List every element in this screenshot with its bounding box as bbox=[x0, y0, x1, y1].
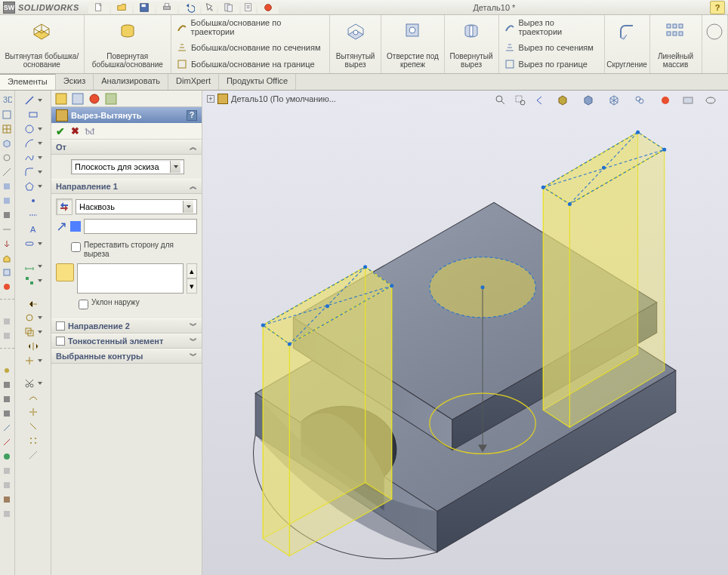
select-button[interactable] bbox=[202, 2, 217, 14]
appearance-button[interactable] bbox=[258, 2, 279, 14]
misc16-icon[interactable] bbox=[0, 493, 14, 506]
misc10-icon[interactable] bbox=[0, 407, 14, 420]
misc14-icon[interactable] bbox=[0, 464, 14, 478]
tab-office[interactable]: Продукты Office bbox=[219, 74, 296, 90]
3d-viewport[interactable]: + Деталь10 (По умолчанию... bbox=[202, 91, 728, 575]
direction-value-input[interactable] bbox=[84, 219, 197, 234]
pm-tab-extra-icon[interactable] bbox=[104, 92, 118, 106]
misc4-icon[interactable] bbox=[0, 223, 14, 236]
draft-selection-box[interactable] bbox=[77, 263, 184, 294]
dim-button[interactable] bbox=[15, 260, 48, 273]
move-button[interactable] bbox=[15, 354, 48, 367]
linear-pattern-button[interactable]: Линейный массив bbox=[650, 15, 702, 73]
loft-cut-button[interactable]: Вырез по сечениям bbox=[504, 40, 594, 55]
misc8-icon[interactable] bbox=[0, 378, 14, 392]
arrow-down-icon[interactable] bbox=[0, 237, 14, 251]
tab-sketch[interactable]: Эскиз bbox=[56, 74, 94, 90]
sketch-spline-button[interactable] bbox=[15, 151, 48, 165]
cancel-button[interactable]: ✖ bbox=[71, 125, 79, 137]
view-3d-icon[interactable]: 3D bbox=[0, 94, 14, 107]
new-button[interactable] bbox=[88, 2, 110, 14]
misc11-icon[interactable] bbox=[0, 421, 14, 435]
misc12-icon[interactable] bbox=[0, 435, 14, 449]
construction-button[interactable] bbox=[15, 448, 48, 462]
section-direction1-header[interactable]: Направление 1︽ bbox=[51, 179, 202, 194]
from-plane-combo[interactable]: Плоскость для эскиза bbox=[71, 159, 184, 174]
view-front-icon[interactable] bbox=[0, 108, 14, 121]
boundary-boss-button[interactable]: Бобышка/основание на границе bbox=[176, 57, 315, 72]
spin-down-button[interactable]: ▾ bbox=[187, 278, 197, 294]
revolve-boss-button[interactable]: Повернутая бобышка/основание bbox=[85, 15, 171, 73]
misc9-icon[interactable] bbox=[0, 392, 14, 406]
mirror-button[interactable] bbox=[15, 340, 48, 353]
offset-button[interactable] bbox=[15, 325, 48, 339]
pm-tab-config-icon[interactable] bbox=[71, 92, 85, 106]
pattern-button[interactable] bbox=[15, 434, 48, 447]
sketch-arc-button[interactable] bbox=[15, 137, 48, 150]
extend-button[interactable] bbox=[15, 391, 48, 404]
pm-tab-feature-icon[interactable] bbox=[54, 92, 68, 106]
misc3-icon[interactable] bbox=[0, 208, 14, 222]
sketch-fillet-button[interactable] bbox=[15, 165, 48, 179]
ok-button[interactable]: ✔ bbox=[56, 125, 65, 137]
extrude-cut-button[interactable]: Вытянутый вырез bbox=[330, 15, 381, 73]
home-icon[interactable] bbox=[0, 251, 14, 265]
sketch-centerline-button[interactable] bbox=[15, 208, 48, 222]
ribbon-more[interactable] bbox=[702, 15, 729, 73]
misc6-icon[interactable] bbox=[0, 329, 14, 343]
section-direction2-header[interactable]: Направление 2︾ bbox=[51, 318, 202, 334]
loft-boss-button[interactable]: Бобышка/основание по сечениям bbox=[176, 40, 321, 55]
view-grid-icon[interactable] bbox=[0, 122, 14, 136]
sketch-circle-button[interactable] bbox=[15, 122, 48, 136]
sketch-poly-button[interactable] bbox=[15, 180, 48, 193]
revolve-cut-button[interactable]: Повернутый вырез bbox=[445, 15, 499, 73]
extrude-boss-button[interactable]: Вытянутая бобышка/основание bbox=[0, 15, 85, 73]
spin-up-button[interactable]: ▴ bbox=[187, 263, 197, 278]
section-thin-header[interactable]: Тонкостенный элемент︾ bbox=[51, 334, 202, 349]
misc13-icon[interactable] bbox=[0, 450, 14, 463]
rebuild-button[interactable] bbox=[218, 2, 239, 14]
convert-button[interactable] bbox=[15, 311, 48, 324]
box-icon[interactable] bbox=[0, 266, 14, 279]
trim-button[interactable] bbox=[15, 297, 48, 310]
section-contours-header[interactable]: Выбранные контуры︾ bbox=[51, 349, 202, 364]
relation-button[interactable] bbox=[15, 274, 48, 288]
tab-features[interactable]: Элементы bbox=[0, 74, 56, 90]
misc1-icon[interactable] bbox=[0, 180, 14, 193]
undo-button[interactable] bbox=[179, 2, 200, 14]
print-button[interactable] bbox=[156, 2, 177, 14]
stretch-button[interactable] bbox=[15, 420, 48, 433]
scissors-button[interactable] bbox=[15, 377, 48, 390]
misc17-icon[interactable] bbox=[0, 507, 14, 521]
preview-button[interactable]: ᵬᵭ bbox=[85, 126, 94, 137]
color-icon[interactable] bbox=[0, 280, 14, 294]
section-from-header[interactable]: От︽ bbox=[51, 140, 202, 155]
save-button[interactable] bbox=[134, 2, 155, 14]
tab-evaluate[interactable]: Анализировать bbox=[94, 74, 168, 90]
sketch-point-button[interactable] bbox=[15, 194, 48, 208]
misc15-icon[interactable] bbox=[0, 478, 14, 492]
open-button[interactable] bbox=[111, 2, 132, 14]
misc5-icon[interactable] bbox=[0, 315, 14, 328]
misc7-icon[interactable] bbox=[0, 364, 14, 377]
pm-tab-display-icon[interactable] bbox=[88, 92, 101, 106]
measure-icon[interactable] bbox=[0, 165, 14, 179]
flip-side-checkbox[interactable] bbox=[71, 242, 81, 252]
sweep-cut-button[interactable]: Вырез по траектории bbox=[504, 17, 600, 38]
sweep-boss-button[interactable]: Бобышка/основание по траектории bbox=[176, 17, 325, 38]
options-button[interactable] bbox=[241, 2, 256, 14]
sketch-slot-button[interactable] bbox=[15, 237, 48, 251]
split-button[interactable] bbox=[15, 405, 48, 419]
sketch-text-button[interactable]: A bbox=[15, 223, 48, 236]
draft-icon[interactable] bbox=[56, 263, 74, 281]
hole-wizard-button[interactable]: Отверстие под крепеж bbox=[381, 15, 444, 73]
misc2-icon[interactable] bbox=[0, 194, 14, 208]
reverse-direction-button[interactable] bbox=[56, 198, 72, 215]
snap-icon[interactable] bbox=[0, 151, 14, 165]
help-button[interactable]: ? bbox=[710, 1, 725, 14]
fillet-button[interactable]: Скругление bbox=[605, 15, 650, 73]
sketch-rect-button[interactable] bbox=[15, 108, 48, 121]
end-condition-combo[interactable]: Насквозь bbox=[76, 199, 197, 214]
tab-dimxpert[interactable]: DimXpert bbox=[168, 74, 219, 90]
boundary-cut-button[interactable]: Вырез по границе bbox=[504, 57, 588, 72]
